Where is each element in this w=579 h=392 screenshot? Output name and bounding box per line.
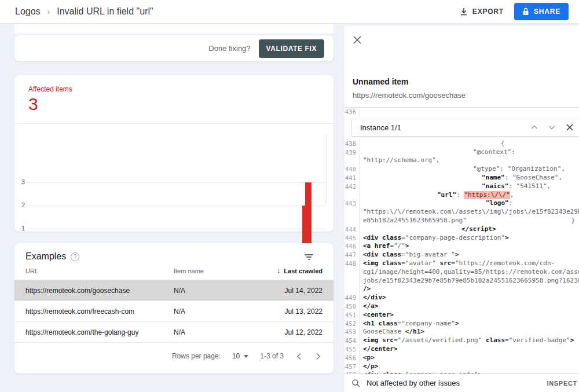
breadcrumb-parent[interactable]: Logos <box>15 6 41 17</box>
code-token: > <box>405 242 409 251</box>
y-axis-tick-label: 3 <box>14 178 25 185</box>
chart-gridline <box>27 182 326 183</box>
share-label: SHARE <box>534 8 560 16</box>
code-line: "http://schema.org", <box>345 156 579 165</box>
code-line: 448<img class="avatar" src="https://remo… <box>345 259 579 268</box>
instance-label: Instance 1/1 <box>360 123 401 132</box>
code-token: </center> <box>363 345 398 354</box>
caret-down-icon <box>244 355 248 358</box>
code-line: 454<img src="/assets/verified.png" class… <box>345 336 579 345</box>
code-line: 447<div class="big-avatar "> <box>345 251 579 259</box>
code-token: > <box>455 320 459 328</box>
row-item-name: N/A <box>174 307 261 316</box>
line-number: 449 <box>345 294 360 302</box>
affected-items-label: Affected items <box>28 85 72 93</box>
share-button[interactable]: SHARE <box>514 3 569 20</box>
code-line: "https:\/\/remoteok.com\/assets\/img\/jo… <box>345 208 579 217</box>
code-token <box>467 217 571 225</box>
code-token: "http://schema.org", <box>363 156 439 165</box>
error-highlight: "https:\/\/" <box>464 191 510 200</box>
y-axis-tick-label: 1 <box>14 225 25 232</box>
previous-page-button[interactable] <box>295 351 303 361</box>
line-number: 443 <box>345 199 360 208</box>
table-row[interactable]: https://remoteok.com/the-golang-guyN/AJu… <box>14 322 334 343</box>
code-token: , <box>510 191 514 200</box>
code-token: ="/assets/verified.png" <box>394 336 486 345</box>
panel-footer: Not affected by other issues INSPECT <box>345 373 579 392</box>
affected-items-count: 3 <box>28 94 38 114</box>
code-token: "naics" <box>482 182 508 191</box>
topbar-actions: EXPORT SHARE <box>460 3 579 20</box>
chart-bar[interactable] <box>308 182 312 252</box>
code-token: ="company-name" <box>398 320 455 328</box>
breadcrumb-separator-icon: › <box>47 7 50 16</box>
column-header-last-crawled[interactable]: ↓ Last crawled <box>261 267 323 275</box>
code-token: </div> <box>363 294 386 302</box>
row-url: https://remoteok.com/the-golang-guy <box>25 328 174 336</box>
code-token: ="company-page-description" <box>401 234 505 243</box>
line-number: 457 <box>345 362 360 371</box>
export-button[interactable]: EXPORT <box>460 8 504 16</box>
table-row[interactable]: https://remoteok.com/goosechaseN/AJul 14… <box>14 280 334 301</box>
close-instance-icon[interactable] <box>565 123 574 132</box>
code-token: : <box>509 199 513 208</box>
chart-right-edge <box>326 134 327 204</box>
line-number: 455 <box>345 345 360 354</box>
help-icon[interactable]: ? <box>71 252 79 261</box>
pagination-range: 1-3 of 3 <box>260 352 284 360</box>
line-number <box>345 208 360 217</box>
line-number: 436 <box>345 108 360 116</box>
row-item-name: N/A <box>174 328 261 336</box>
close-panel-icon[interactable] <box>351 34 364 47</box>
filter-icon[interactable] <box>305 253 313 260</box>
table-row[interactable]: https://remoteok.com/freecash-comN/AJul … <box>14 301 334 322</box>
code-token: ="verified-badge" <box>505 336 570 345</box>
code-line: 440"@type": "Organization", <box>345 165 579 174</box>
inspect-link[interactable]: INSPECT <box>547 380 577 387</box>
code-token: <h1 class <box>363 320 398 328</box>
code-token: "url" <box>437 191 456 200</box>
next-instance-icon[interactable] <box>548 123 556 131</box>
column-header-item-name[interactable]: Item name <box>174 268 261 274</box>
item-detail-panel: Unnamed item https://remoteok.com/goosec… <box>345 26 579 392</box>
validation-card: Done fixing? VALIDATE FIX <box>14 35 334 61</box>
code-token: { <box>501 140 505 148</box>
validate-fix-button[interactable]: VALIDATE FIX <box>259 39 324 58</box>
code-line: 438{ <box>345 140 579 148</box>
code-token: e85b182a24551623665958.png" <box>363 217 467 225</box>
code-token: <div class <box>363 234 401 243</box>
examples-card: Examples ? URL Item name ↓ Last crawled … <box>14 243 334 373</box>
affected-items-chart: 32104/16/225/1/225/15/225/29/226/12/226/… <box>14 123 334 232</box>
code-token: ="/" <box>390 242 405 251</box>
other-issues-status: Not affected by other issues <box>367 379 460 387</box>
item-url: https://remoteok.com/goosechase <box>353 91 466 100</box>
code-token: "@context": <box>473 148 515 157</box>
code-line: cgi/image/height=400,quality=85/https://… <box>345 268 579 277</box>
source-code-viewer[interactable]: 436 Instance 1/1 438{439"@context":"http… <box>345 108 579 392</box>
next-page-button[interactable] <box>314 351 322 361</box>
export-label: EXPORT <box>472 8 504 16</box>
code-line: 445<div class="company-page-description"… <box>345 234 579 243</box>
code-line: 444</script> <box>345 225 579 234</box>
row-url: https://remoteok.com/goosechase <box>25 287 174 295</box>
lock-icon <box>522 8 529 16</box>
row-last-crawled: Jul 14, 2022 <box>261 287 323 295</box>
code-token: "https:\/\/remoteok.com\/assets\/img\/jo… <box>363 208 579 217</box>
line-number: 450 <box>345 302 360 311</box>
code-token: <a href <box>363 242 390 251</box>
previous-instance-icon[interactable] <box>530 123 538 131</box>
line-number: 440 <box>345 165 360 174</box>
rows-per-page-select[interactable]: 10 <box>232 352 248 360</box>
code-token: ="avatar" <box>401 259 439 268</box>
line-number: 454 <box>345 336 360 345</box>
code-token: > <box>570 336 574 345</box>
row-last-crawled: Jul 13, 2022 <box>261 307 323 316</box>
code-token: jobs/e15f82343e29b7e85b79e85b182a2455162… <box>363 277 579 285</box>
column-header-url[interactable]: URL <box>25 268 174 274</box>
code-line: e85b182a24551623665958.png"} <box>345 217 579 225</box>
row-item-name: N/A <box>174 287 261 295</box>
line-number: 446 <box>345 242 360 251</box>
code-token: cgi/image/height=400,quality=85/https://… <box>363 268 579 277</box>
line-number <box>345 156 360 165</box>
code-token: ="https://remoteok.com/cdn- <box>451 259 555 268</box>
